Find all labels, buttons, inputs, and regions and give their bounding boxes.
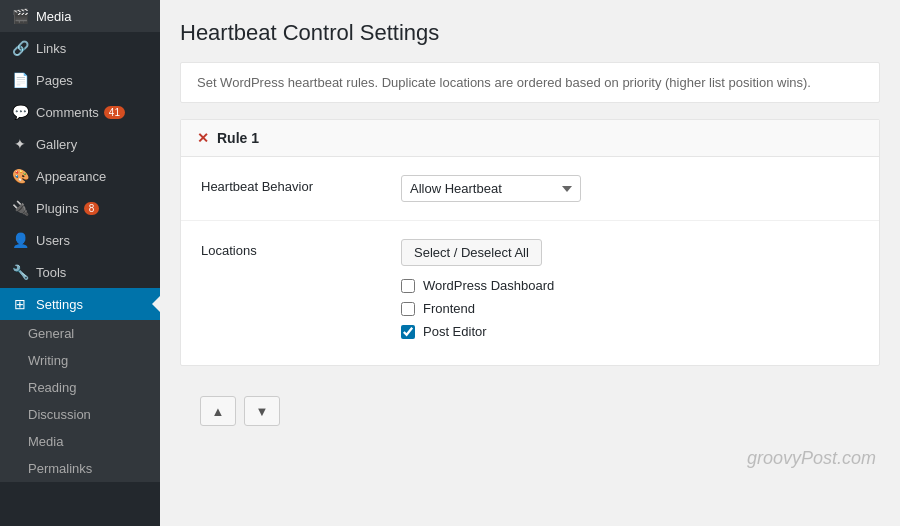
sidebar-sub-item-media[interactable]: Media	[0, 428, 160, 455]
checkbox-item-dashboard: WordPress Dashboard	[401, 278, 859, 293]
description-box: Set WordPress heartbeat rules. Duplicate…	[180, 62, 880, 103]
select-deselect-button[interactable]: Select / Deselect All	[401, 239, 542, 266]
media-icon: 🎬	[12, 8, 28, 24]
sidebar-item-links[interactable]: 🔗 Links	[0, 32, 160, 64]
sidebar-item-tools[interactable]: 🔧 Tools	[0, 256, 160, 288]
rule-header: ✕ Rule 1	[181, 120, 879, 157]
sidebar-item-gallery[interactable]: ✦ Gallery	[0, 128, 160, 160]
rule-delete-icon[interactable]: ✕	[197, 130, 209, 146]
sidebar-item-label: Gallery	[36, 137, 77, 152]
comments-badge: 41	[104, 106, 125, 119]
sidebar-sub-item-permalinks[interactable]: Permalinks	[0, 455, 160, 482]
links-icon: 🔗	[12, 40, 28, 56]
checkbox-frontend[interactable]	[401, 302, 415, 316]
behavior-control: Allow Heartbeat Disable Heartbeat Modify…	[401, 175, 859, 202]
settings-arrow	[152, 296, 160, 312]
rule-section: ✕ Rule 1 Heartbeat Behavior Allow Heartb…	[180, 119, 880, 366]
sidebar-item-pages[interactable]: 📄 Pages	[0, 64, 160, 96]
behavior-select[interactable]: Allow Heartbeat Disable Heartbeat Modify…	[401, 175, 581, 202]
sidebar-submenu: General Writing Reading Discussion Media…	[0, 320, 160, 482]
arrow-buttons: ▲ ▼	[180, 382, 880, 440]
rule-label: Rule 1	[217, 130, 259, 146]
sidebar-sub-item-general[interactable]: General	[0, 320, 160, 347]
rule-body: Heartbeat Behavior Allow Heartbeat Disab…	[181, 157, 879, 365]
sidebar-item-label: Links	[36, 41, 66, 56]
behavior-label: Heartbeat Behavior	[201, 175, 401, 194]
sidebar-sub-item-reading[interactable]: Reading	[0, 374, 160, 401]
move-up-button[interactable]: ▲	[200, 396, 236, 426]
locations-row: Locations Select / Deselect All WordPres…	[181, 221, 879, 365]
checkbox-item-frontend: Frontend	[401, 301, 859, 316]
checkbox-posteditor[interactable]	[401, 325, 415, 339]
sidebar-sub-item-writing[interactable]: Writing	[0, 347, 160, 374]
gallery-icon: ✦	[12, 136, 28, 152]
checkbox-dashboard[interactable]	[401, 279, 415, 293]
checkbox-item-posteditor: Post Editor	[401, 324, 859, 339]
sidebar-item-users[interactable]: 👤 Users	[0, 224, 160, 256]
checkbox-label-posteditor: Post Editor	[423, 324, 487, 339]
description-text: Set WordPress heartbeat rules. Duplicate…	[197, 75, 811, 90]
sidebar-item-label: Users	[36, 233, 70, 248]
sidebar-item-label: Pages	[36, 73, 73, 88]
move-down-button[interactable]: ▼	[244, 396, 280, 426]
sidebar-sub-item-discussion[interactable]: Discussion	[0, 401, 160, 428]
behavior-row: Heartbeat Behavior Allow Heartbeat Disab…	[181, 157, 879, 221]
appearance-icon: 🎨	[12, 168, 28, 184]
plugins-badge: 8	[84, 202, 100, 215]
users-icon: 👤	[12, 232, 28, 248]
locations-label: Locations	[201, 239, 401, 258]
settings-icon: ⊞	[12, 296, 28, 312]
comments-icon: 💬	[12, 104, 28, 120]
sidebar-item-appearance[interactable]: 🎨 Appearance	[0, 160, 160, 192]
sidebar-item-label: Tools	[36, 265, 66, 280]
pages-icon: 📄	[12, 72, 28, 88]
sidebar-item-label: Comments	[36, 105, 99, 120]
checkbox-label-frontend: Frontend	[423, 301, 475, 316]
sidebar-item-label: Appearance	[36, 169, 106, 184]
sidebar: 🎬 Media 🔗 Links 📄 Pages 💬 Comments 41 ✦ …	[0, 0, 160, 526]
locations-control: Select / Deselect All WordPress Dashboar…	[401, 239, 859, 347]
main-content: Heartbeat Control Settings Set WordPress…	[160, 0, 900, 526]
sidebar-item-plugins[interactable]: 🔌 Plugins 8	[0, 192, 160, 224]
sidebar-item-label: Plugins	[36, 201, 79, 216]
sidebar-item-label: Settings	[36, 297, 83, 312]
sidebar-item-media[interactable]: 🎬 Media	[0, 0, 160, 32]
page-title: Heartbeat Control Settings	[180, 20, 880, 46]
checkbox-label-dashboard: WordPress Dashboard	[423, 278, 554, 293]
sidebar-item-label: Media	[36, 9, 71, 24]
watermark: groovyPost.com	[180, 440, 880, 469]
sidebar-item-settings[interactable]: ⊞ Settings	[0, 288, 160, 320]
tools-icon: 🔧	[12, 264, 28, 280]
sidebar-item-comments[interactable]: 💬 Comments 41	[0, 96, 160, 128]
plugins-icon: 🔌	[12, 200, 28, 216]
